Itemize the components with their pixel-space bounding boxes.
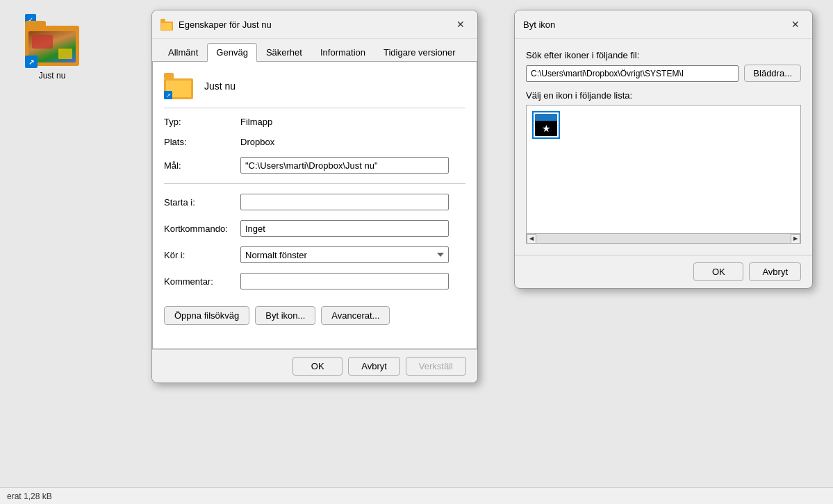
icon-dialog: Byt ikon ✕ Sök efter ikoner i följande f… <box>514 10 813 289</box>
titlebar-left: Egenskaper för Just nu <box>160 18 272 31</box>
icon-list-label: Välj en ikon i följande lista: <box>526 90 801 101</box>
icon-search-section: Sök efter ikoner i följande fil: Bläddra… <box>526 50 801 82</box>
scroll-left-button[interactable]: ◀ <box>527 234 536 244</box>
prop-label-plats: Plats: <box>164 137 240 147</box>
calendar-icon: ★ <box>535 114 557 136</box>
scroll-track[interactable] <box>536 234 791 243</box>
properties-title: Egenskaper för Just nu <box>179 19 272 30</box>
prop-action-buttons: Öppna filsökväg Byt ikon... Avancerat... <box>164 299 465 332</box>
desktop-icon-just-nu[interactable]: ✓ ↗ Just nu <box>21 14 83 81</box>
icon-dialog-titlebar: Byt ikon ✕ <box>515 10 812 39</box>
prop-label-mal: Mål: <box>164 160 240 171</box>
prop-row-kor: Kör i: Normalt fönster Minimerat Maximer… <box>164 246 465 263</box>
prop-label-kor: Kör i: <box>164 250 240 260</box>
tab-sakerhet[interactable]: Säkerhet <box>257 43 311 61</box>
prop-input-kortkommando[interactable] <box>240 220 449 237</box>
prop-folder-icon: ↗ <box>164 73 193 99</box>
icon-dialog-content: Sök efter ikoner i följande fil: Bläddra… <box>515 39 812 255</box>
prop-value-plats: Dropbox <box>240 137 274 147</box>
tab-allmant[interactable]: Allmänt <box>159 43 207 61</box>
icon-search-label: Sök efter ikoner i följande fil: <box>526 50 801 60</box>
prop-select-kor[interactable]: Normalt fönster Minimerat Maximerat <box>240 246 449 263</box>
prop-value-typ: Filmapp <box>240 117 272 127</box>
prop-row-kortkommando: Kortkommando: <box>164 220 465 237</box>
icon-cancel-button[interactable]: Avbryt <box>749 262 801 281</box>
prop-header: ↗ Just nu <box>164 73 465 108</box>
tab-information[interactable]: Information <box>311 43 374 61</box>
properties-ok-button[interactable]: OK <box>292 357 343 376</box>
prop-label-typ: Typ: <box>164 117 240 127</box>
open-path-button[interactable]: Öppna filsökväg <box>164 306 249 325</box>
properties-content: ↗ Just nu Typ: Filmapp Plats: Dropbox Må… <box>152 61 477 349</box>
properties-cancel-button[interactable]: Avbryt <box>348 357 400 376</box>
status-bar: erat 1,28 kB <box>0 487 833 504</box>
icon-path-input[interactable] <box>526 65 739 82</box>
properties-footer: OK Avbryt Verkställ <box>152 349 477 383</box>
prop-row-mal: Mål: <box>164 157 465 174</box>
icon-dialog-footer: OK Avbryt <box>515 255 812 288</box>
prop-label-starta: Starta i: <box>164 197 240 208</box>
status-text: erat 1,28 kB <box>7 492 52 501</box>
cal-header <box>535 114 557 121</box>
properties-close-button[interactable]: ✕ <box>452 16 469 33</box>
prop-row-starta: Starta i: <box>164 194 465 210</box>
prop-input-starta[interactable] <box>240 194 449 210</box>
desktop: ✓ ↗ Just nu erat 1,28 kB <box>0 0 833 504</box>
properties-tabs: Allmänt Genväg Säkerhet Information Tidi… <box>152 39 477 61</box>
icon-dialog-title: Byt ikon <box>523 19 555 30</box>
browse-button[interactable]: Bläddra... <box>744 65 801 82</box>
prop-input-mal[interactable] <box>240 157 449 174</box>
icon-list-area[interactable]: ★ ◀ ▶ <box>526 105 801 244</box>
cal-body: ★ <box>535 121 557 136</box>
advanced-button[interactable]: Avancerat... <box>321 306 390 325</box>
icon-search-input-row: Bläddra... <box>526 65 801 82</box>
scroll-right-button[interactable]: ▶ <box>791 234 800 244</box>
prop-label-kommentar: Kommentar: <box>164 276 240 287</box>
prop-label-kortkommando: Kortkommando: <box>164 224 240 234</box>
icon-scrollbar-horizontal[interactable]: ◀ ▶ <box>527 233 800 243</box>
prop-row-kommentar: Kommentar: <box>164 273 465 289</box>
tab-genvag[interactable]: Genväg <box>207 43 257 62</box>
properties-dialog: Egenskaper för Just nu ✕ Allmänt Genväg … <box>151 10 478 383</box>
tab-tidigare-versioner[interactable]: Tidigare versioner <box>374 43 465 61</box>
icon-ok-button[interactable]: OK <box>693 262 743 281</box>
properties-titlebar: Egenskaper för Just nu ✕ <box>152 10 477 39</box>
icon-item-calendar[interactable]: ★ <box>532 111 560 139</box>
icon-dialog-close-button[interactable]: ✕ <box>787 16 804 33</box>
prop-input-kommentar[interactable] <box>240 273 449 289</box>
titlebar-folder-icon <box>160 18 173 31</box>
shortcut-arrow: ↗ <box>25 56 38 68</box>
prop-row-plats: Plats: Dropbox <box>164 137 465 147</box>
prop-folder-name: Just nu <box>204 81 236 92</box>
properties-apply-button[interactable]: Verkställ <box>406 357 466 376</box>
cal-star: ★ <box>542 124 551 133</box>
prop-shortcut-arrow: ↗ <box>164 91 172 99</box>
desktop-icon-label: Just nu <box>39 71 66 81</box>
prop-row-typ: Typ: Filmapp <box>164 117 465 127</box>
change-icon-button[interactable]: Byt ikon... <box>255 306 315 325</box>
